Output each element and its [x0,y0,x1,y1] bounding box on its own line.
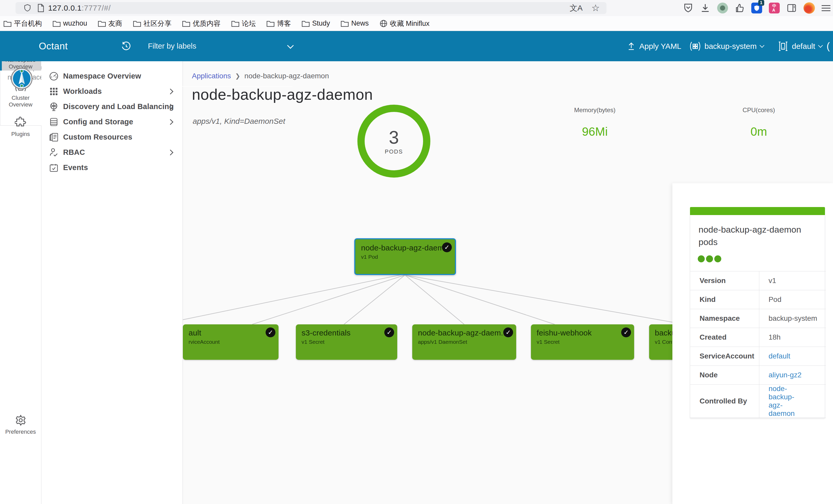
workloads-grid-icon [49,87,59,96]
pod-dot[interactable] [706,255,713,262]
url-text[interactable]: 127.0.0.1:7777/#/ [48,4,111,12]
graph-node-serviceaccount[interactable]: ault rviceAccount ✓ [183,324,279,360]
graph-node-s3-credentials[interactable]: s3-credentials v1 Secret ✓ [296,324,397,360]
graph-node-daemonset[interactable]: node-backup-agz-daem... apps/v1 DaemonSe… [412,324,516,360]
chevron-down-icon [760,43,764,48]
pods-summary-card: node-backup-agz-daemon pods Versionv1 Ki… [690,207,825,418]
chevron-right-icon [168,89,173,94]
translate-extension-icon[interactable]: 中A [769,3,780,14]
table-row: Controlled Bynode-backup-agz-daemon [690,385,826,418]
module-rail: Applications Namespace Overview Cluster … [0,126,41,504]
pocket-shield-icon[interactable] [683,3,693,13]
breadcrumb-current: node-backup-agz-daemon [244,72,329,80]
url-bar[interactable]: 127.0.0.1:7777/#/ 文A ☆ [16,2,606,14]
bookmark-folder[interactable]: News [341,19,369,27]
nav-item-rbac[interactable]: RBAC [41,145,183,160]
bookmark-folder[interactable]: wuzhou [53,19,87,27]
pod-dot[interactable] [698,255,705,262]
brand-title: Octant [39,31,68,61]
firefox-account-icon[interactable] [804,2,815,14]
nav-item-events[interactable]: Events [41,160,183,175]
history-reset-icon[interactable] [121,31,132,61]
preferences-gear-icon [15,414,27,426]
nav-menu: Namespace Overview Workloads Discovery a… [41,61,183,504]
user-check-icon [49,148,59,157]
toolbar-extensions: 1 中A [683,1,832,15]
panel-status-bar [690,207,825,215]
status-check-icon: ✓ [266,327,276,337]
nav-item-config-and-storage[interactable]: Config and Storage [41,114,183,129]
bitwarden-extension-icon[interactable]: 1 [751,3,762,14]
memory-stat: Memory(bytes) 96Mi [548,106,641,138]
dashboard-icon [49,72,59,81]
browser-toolbar: 127.0.0.1:7777/#/ 文A ☆ 1 中A [0,0,833,16]
page-subtitle: apps/v1, Kind=DaemonSet [193,117,285,126]
serviceaccount-link[interactable]: default [769,352,790,360]
extension-thumb-icon[interactable] [735,3,744,13]
nav-item-discovery-load-balancing[interactable]: Discovery and Load Balancing [41,99,183,114]
bookmark-folder[interactable]: 社区分享 [133,19,171,28]
rail-item-preferences[interactable]: Preferences [0,412,41,437]
table-row: Created18h [690,328,826,347]
namespace-grid-icon [689,41,701,51]
screen: 127.0.0.1:7777/#/ 文A ☆ 1 中A [0,0,833,504]
downloads-icon[interactable] [700,3,710,13]
pod-detail-table: Versionv1 KindPod Namespacebackup-system… [690,271,826,418]
status-check-icon: ✓ [384,327,394,337]
sidebar-panel-icon[interactable] [786,3,797,13]
bookmark-folder[interactable]: 友商 [98,19,122,28]
pods-caption: PODS [385,148,403,155]
context-file-icon [778,41,788,51]
pods-count: 3 [389,127,399,148]
bookmark-star-icon[interactable]: ☆ [592,3,600,14]
graph-node-feishu-webhook[interactable]: feishu-webhook v1 Secret ✓ [531,324,634,360]
bookmark-folder[interactable]: Study [302,19,330,27]
table-row: Versionv1 [690,271,826,290]
status-check-icon: ✓ [503,327,513,337]
nav-item-custom-resources[interactable]: Custom Resources [41,129,183,145]
table-row: Namespacebackup-system [690,309,826,328]
pod-dot[interactable] [714,255,721,262]
table-row: ServiceAccountdefault [690,347,826,366]
chevron-right-icon [168,119,173,125]
status-check-icon: ✓ [442,243,452,252]
chevron-down-icon [818,43,823,48]
graph-node-selected-pod[interactable]: node-backup-agz-daem... v1 Pod ✓ [354,238,456,275]
documents-stack-icon [49,133,59,142]
site-info-page-icon[interactable] [37,4,45,12]
node-link[interactable]: aliyun-gz2 [769,371,802,379]
menu-hamburger-icon[interactable] [822,5,830,11]
network-globe-icon [49,102,59,111]
filter-underline [148,86,293,86]
bookmark-folder[interactable]: 平台机构 [4,19,42,28]
pod-status-dots [690,248,825,271]
rail-item-plugins[interactable]: Plugins [0,112,41,142]
help-icon-partial[interactable]: ( [827,31,830,61]
pods-donut: 3 PODS [357,105,430,178]
tracking-protection-shield-icon[interactable] [23,4,31,12]
resource-detail-panel: node-backup-agz-daemon pods Versionv1 Ki… [672,183,833,504]
chevron-down-icon [287,42,293,49]
namespace-selector[interactable]: backup-system [689,31,764,61]
breadcrumb-applications-link[interactable]: Applications [192,72,231,80]
page-title: node-backup-agz-daemon [192,86,373,103]
bookmark-folder[interactable]: 优质内容 [182,19,221,28]
bookmark-folder[interactable]: 论坛 [232,19,256,28]
app-header: Octant Filter by labels Apply YAML backu… [0,31,833,61]
context-selector[interactable]: default [778,31,822,61]
cpu-stat: CPU(cores) 0m [712,106,805,138]
breadcrumb-separator: ❯ [235,72,240,80]
bookmarks-bar: 平台机构 wuzhou 友商 社区分享 优质内容 论坛 博客 Study New… [0,16,833,31]
account-avatar[interactable] [717,3,728,14]
filter-by-labels-input[interactable]: Filter by labels [148,31,293,61]
bookmark-folder[interactable]: 博客 [267,19,291,28]
bookmark-miniflux[interactable]: 收藏 Miniflux [380,19,430,28]
translate-page-icon[interactable]: 文A [570,3,582,14]
table-row: Nodealiyun-gz2 [690,366,826,385]
calendar-check-icon [49,163,59,172]
chevron-right-icon [168,149,173,155]
nav-item-namespace-overview[interactable]: Namespace Overview [41,69,183,84]
apply-yaml-button[interactable]: Apply YAML [627,31,681,61]
octant-logo [11,68,32,90]
controlled-by-link[interactable]: node-backup-agz-daemon [769,385,795,418]
